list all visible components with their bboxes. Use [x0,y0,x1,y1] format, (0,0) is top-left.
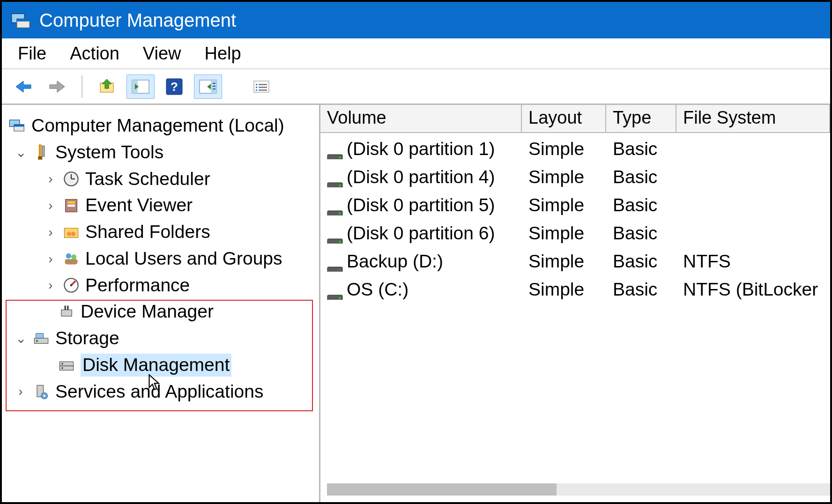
help-button[interactable]: ? [160,74,188,99]
volumes-header: Volume Layout Type File System [320,105,830,133]
svg-rect-19 [259,89,267,91]
tree-task-scheduler[interactable]: › Task Scheduler [6,166,319,193]
svg-rect-64 [339,297,341,299]
svg-rect-31 [67,204,75,207]
svg-point-39 [70,284,73,287]
col-volume[interactable]: Volume [320,105,522,133]
volume-row[interactable]: (Disk 0 partition 5)SimpleBasic [320,191,830,219]
svg-rect-15 [259,84,267,85]
volume-row[interactable]: (Disk 0 partition 6)SimpleBasic [320,219,830,247]
svg-rect-62 [339,269,341,271]
menu-action[interactable]: Action [70,44,119,64]
tree-local-users[interactable]: › Local Users and Groups [6,245,319,272]
disk-icon [327,202,343,211]
tree-disk-management-label: Disk Management [81,354,231,377]
svg-rect-22 [14,125,24,127]
event-viewer-icon [62,196,81,215]
chevron-right-icon[interactable]: › [44,251,57,267]
volume-name: Backup (D:) [347,251,443,271]
chevron-right-icon[interactable]: › [44,170,57,187]
svg-rect-37 [65,259,78,264]
svg-rect-24 [38,156,42,160]
clock-icon [62,170,81,188]
chevron-down-icon[interactable]: ⌄ [14,144,27,161]
chevron-right-icon[interactable]: › [44,224,57,240]
services-icon [32,382,51,401]
volume-filesystem: NTFS (BitLocker [676,279,830,300]
volume-layout: Simple [522,279,606,300]
svg-rect-12 [213,89,215,89]
svg-rect-17 [259,87,267,88]
back-button[interactable] [9,74,37,99]
tree-device-manager-label: Device Manager [81,300,214,323]
tree-root[interactable]: Computer Management (Local) [6,112,319,139]
tree-pane[interactable]: Computer Management (Local) ⌄ System Too… [2,105,320,502]
tree-device-manager[interactable]: Device Manager [6,298,319,325]
volume-name: (Disk 0 partition 5) [347,195,495,215]
menu-help[interactable]: Help [205,44,241,64]
titlebar[interactable]: Computer Management [2,2,830,38]
volume-name: (Disk 0 partition 4) [347,167,495,187]
volume-name: OS (C:) [347,279,409,299]
volume-row[interactable]: (Disk 0 partition 4)SimpleBasic [320,163,830,191]
chevron-down-icon[interactable]: ⌄ [14,330,27,347]
volume-row[interactable]: Backup (D:)SimpleBasicNTFS [320,247,830,275]
show-hide-tree-button[interactable] [126,74,155,99]
volume-name: (Disk 0 partition 1) [347,139,495,159]
tree-system-tools[interactable]: ⌄ System Tools [6,139,319,166]
chevron-right-icon[interactable]: › [44,197,57,214]
menu-view[interactable]: View [143,44,181,64]
volume-layout: Simple [522,195,606,215]
tree-shared-folders-label: Shared Folders [85,221,210,244]
svg-point-44 [36,340,38,342]
svg-rect-60 [339,241,341,243]
svg-rect-10 [213,83,215,84]
chevron-right-icon[interactable]: › [44,277,57,293]
tree-shared-folders[interactable]: › Shared Folders [6,219,319,245]
volume-layout: Simple [522,223,606,244]
svg-rect-18 [256,89,257,91]
tree-performance-label: Performance [85,274,190,297]
users-icon [62,249,81,268]
volume-layout: Simple [522,139,606,159]
chevron-right-icon[interactable]: › [14,383,27,400]
performance-icon [62,276,81,295]
tree-event-viewer[interactable]: › Event Viewer [6,192,319,219]
col-filesystem[interactable]: File System [676,105,830,133]
volumes-body[interactable]: (Disk 0 partition 1)SimpleBasic(Disk 0 p… [320,133,830,502]
properties-button[interactable] [247,74,275,99]
volume-type: Basic [606,167,676,187]
col-layout[interactable]: Layout [522,105,606,133]
tree-performance[interactable]: › Performance [6,272,319,299]
svg-rect-2 [17,19,30,22]
tree-disk-management[interactable]: Disk Management [6,352,319,378]
disk-icon [327,146,343,155]
volume-type: Basic [606,223,676,244]
volume-row[interactable]: OS (C:)SimpleBasicNTFS (BitLocker [320,275,830,304]
horizontal-scrollbar[interactable] [327,483,830,496]
svg-rect-56 [339,185,341,186]
col-type[interactable]: Type [606,105,676,133]
scrollbar-thumb[interactable] [327,483,557,496]
tools-icon [32,143,51,162]
svg-rect-40 [61,310,72,316]
tree-storage[interactable]: ⌄ Storage [6,325,319,352]
tree-storage-label: Storage [55,327,119,350]
computer-icon [8,116,27,135]
tree-services-apps[interactable]: › Services and Applications [6,378,319,405]
disk-icon [327,286,343,296]
svg-rect-32 [64,229,78,238]
svg-point-35 [66,253,71,259]
svg-rect-54 [339,156,341,158]
forward-button[interactable] [43,74,71,99]
show-hide-action-pane-button[interactable] [194,74,222,99]
volume-row[interactable]: (Disk 0 partition 1)SimpleBasic [320,135,830,163]
menu-file[interactable]: File [18,44,46,64]
menubar: File Action View Help [2,38,830,69]
volume-layout: Simple [522,251,606,272]
disk-icon [327,174,343,183]
up-button[interactable] [93,74,121,99]
disk-icon [327,258,343,267]
tree-services-apps-label: Services and Applications [55,380,263,403]
svg-rect-14 [256,84,257,85]
